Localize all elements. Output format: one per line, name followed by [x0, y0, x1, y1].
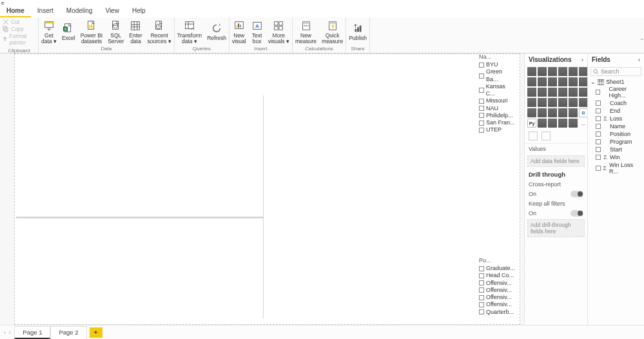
menu-tab-help[interactable]: Help — [126, 6, 152, 17]
slicer-position-item[interactable]: Quarterb... — [479, 309, 515, 316]
slicer-position-item[interactable]: Head Co... — [479, 272, 515, 279]
field-item[interactable]: Start — [590, 146, 641, 153]
field-item[interactable]: ΣLoss — [590, 115, 641, 122]
format-tab-icon[interactable] — [542, 131, 551, 140]
viz-type-icon[interactable] — [548, 88, 557, 97]
checkbox-icon[interactable] — [596, 124, 601, 129]
recent-sources-button[interactable]: Recent sources ▾ — [145, 19, 174, 44]
slicer-name-item[interactable]: UTEP — [479, 126, 515, 133]
text-box-button[interactable]: AText box — [249, 19, 266, 44]
chevron-right-icon[interactable]: › — [638, 56, 640, 63]
slicer-position-item[interactable]: Offensiv... — [479, 280, 515, 287]
chevron-right-icon[interactable]: › — [581, 56, 583, 63]
values-field-well[interactable]: Add data fields here — [527, 155, 585, 167]
viz-type-icon[interactable] — [579, 77, 588, 86]
slicer-position-item[interactable]: Offensiv... — [479, 294, 515, 301]
fields-table-header[interactable]: ⌄ Sheet1 — [590, 79, 641, 85]
field-item[interactable]: Career High... — [590, 85, 641, 99]
checkbox-icon[interactable] — [596, 101, 601, 106]
checkbox-icon[interactable] — [479, 121, 484, 126]
viz-type-icon[interactable]: ... — [579, 119, 588, 128]
fields-tab-icon[interactable] — [529, 131, 538, 140]
add-page-button[interactable]: + — [90, 327, 102, 338]
viz-type-icon[interactable] — [569, 108, 578, 117]
ribbon-collapse-chevron-icon[interactable]: ⌄ — [639, 35, 644, 41]
slicer-name-item[interactable]: BYU — [479, 61, 515, 68]
checkbox-icon[interactable] — [479, 88, 484, 93]
viz-type-icon[interactable] — [569, 119, 578, 128]
viz-type-icon[interactable] — [548, 119, 557, 128]
quick-measure-button[interactable]: Quick measure — [319, 19, 346, 44]
viz-type-icon[interactable] — [527, 67, 536, 76]
checkbox-icon[interactable] — [479, 302, 484, 307]
report-canvas[interactable] — [14, 53, 520, 325]
viz-type-icon[interactable] — [579, 88, 588, 97]
viz-type-icon[interactable] — [548, 67, 557, 76]
page-nav-next-icon[interactable]: › — [8, 329, 10, 336]
field-item[interactable]: End — [590, 107, 641, 115]
get-data-button[interactable]: Get data ▾ — [39, 19, 59, 44]
slicer-name-item[interactable]: Green Ba... — [479, 68, 515, 83]
menu-tab-view[interactable]: View — [99, 6, 126, 17]
sql-server-button[interactable]: SQL Server — [105, 19, 126, 44]
excel-button[interactable]: XExcel — [59, 21, 78, 41]
checkbox-icon[interactable] — [596, 90, 600, 95]
viz-type-icon[interactable] — [527, 98, 536, 107]
menu-tab-modeling[interactable]: Modeling — [60, 6, 99, 17]
checkbox-icon[interactable] — [479, 287, 484, 293]
viz-type-icon[interactable] — [538, 88, 547, 97]
viz-type-icon[interactable] — [579, 67, 588, 76]
viz-type-icon[interactable] — [538, 98, 547, 107]
menu-tab-home[interactable]: Home — [0, 6, 31, 17]
slicer-name-item[interactable]: Kansas C... — [479, 83, 515, 98]
viz-type-icon[interactable] — [548, 77, 557, 86]
viz-type-icon[interactable] — [527, 88, 536, 97]
report-canvas-area[interactable]: Na... BYUGreen Ba...Kansas C...MissouriN… — [0, 53, 524, 325]
field-item[interactable]: Program — [590, 138, 641, 146]
field-item[interactable]: Name — [590, 122, 641, 130]
checkbox-icon[interactable] — [479, 273, 484, 278]
checkbox-icon[interactable] — [596, 116, 601, 121]
keep-filters-toggle[interactable] — [571, 210, 583, 217]
checkbox-icon[interactable] — [479, 99, 484, 104]
slicer-name-item[interactable]: Missouri — [479, 97, 515, 104]
new-measure-button[interactable]: New measure — [293, 19, 319, 44]
viz-type-icon[interactable] — [558, 77, 567, 86]
viz-type-icon[interactable] — [579, 98, 588, 107]
checkbox-icon[interactable] — [596, 139, 601, 144]
checkbox-icon[interactable] — [596, 166, 601, 171]
viz-type-icon[interactable] — [527, 108, 536, 117]
refresh-button[interactable]: Refresh — [204, 21, 229, 41]
viz-type-icon[interactable] — [558, 67, 567, 76]
viz-type-icon[interactable]: R — [579, 108, 588, 117]
viz-type-icon[interactable] — [558, 119, 567, 128]
slicer-name-item[interactable]: Philidelp... — [479, 112, 515, 119]
slicer-position-item[interactable]: Offensiv... — [479, 287, 515, 294]
field-item[interactable]: Coach — [590, 99, 641, 107]
drill-through-field-well[interactable]: Add drill-through fields here — [527, 219, 585, 237]
transform-data-button[interactable]: Transform data ▾ — [175, 19, 204, 44]
checkbox-icon[interactable] — [479, 280, 484, 286]
slicer-name-item[interactable]: NAU — [479, 105, 515, 112]
checkbox-icon[interactable] — [596, 147, 601, 152]
field-item[interactable]: ΣWin — [590, 153, 641, 161]
field-item[interactable]: Position — [590, 130, 641, 138]
viz-type-icon[interactable] — [538, 119, 547, 128]
checkbox-icon[interactable] — [479, 295, 484, 300]
viz-type-icon[interactable] — [569, 77, 578, 86]
viz-type-icon[interactable] — [527, 77, 536, 86]
viz-type-icon[interactable] — [558, 88, 567, 97]
pbi-datasets-button[interactable]: Power BI datasets — [78, 19, 106, 44]
checkbox-icon[interactable] — [479, 73, 484, 79]
viz-type-icon[interactable] — [538, 77, 547, 86]
checkbox-icon[interactable] — [596, 108, 601, 113]
checkbox-icon[interactable] — [479, 63, 484, 68]
viz-type-icon[interactable] — [569, 67, 578, 76]
viz-type-icon[interactable] — [558, 98, 567, 107]
viz-type-icon[interactable] — [538, 108, 547, 117]
viz-type-icon[interactable] — [569, 88, 578, 97]
viz-type-icon[interactable] — [548, 98, 557, 107]
checkbox-icon[interactable] — [479, 106, 484, 111]
slicer-position[interactable]: Po... Graduate...Head Co...Offensiv...Of… — [479, 257, 515, 316]
checkbox-icon[interactable] — [479, 113, 484, 118]
